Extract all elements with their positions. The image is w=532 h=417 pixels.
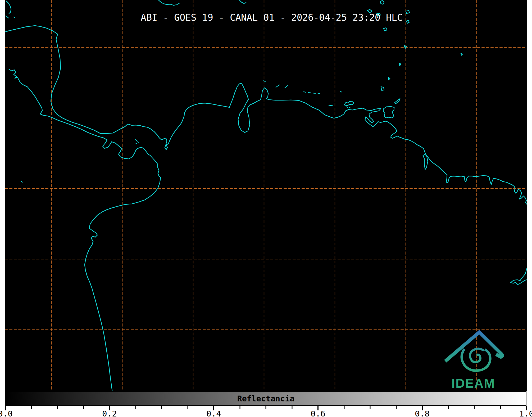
tick-label-1-0: 1.0 xyxy=(519,409,532,417)
ideam-logo: IDEAM xyxy=(441,329,504,390)
ideam-logo-text: IDEAM xyxy=(452,376,495,390)
satellite-image-figure: ABI - GOES 19 - CANAL 01 - 2026-04-25 23… xyxy=(0,0,532,417)
tick-label-0-4: 0.4 xyxy=(206,409,221,417)
tick-label-0-8: 0.8 xyxy=(415,409,430,417)
tick-label-0-6: 0.6 xyxy=(311,409,325,417)
tick-label-0-0: 0.0 xyxy=(0,409,13,417)
coastline-caribbean xyxy=(5,26,527,204)
satellite-map: ABI - GOES 19 - CANAL 01 - 2026-04-25 23… xyxy=(5,0,527,391)
mountain-spiral-icon xyxy=(445,332,502,371)
image-title: ABI - GOES 19 - CANAL 01 - 2026-04-25 23… xyxy=(141,12,403,23)
coastline-islands xyxy=(6,0,462,182)
colorbar-label: Reflectancia xyxy=(213,392,319,405)
tick-label-0-2: 0.2 xyxy=(102,409,117,417)
colorbar-tick-labels: 0.0 0.2 0.4 0.6 0.8 1.0 xyxy=(5,409,526,417)
coastline-pacific xyxy=(9,69,161,391)
coastline-estuary-right-edge xyxy=(511,269,527,285)
